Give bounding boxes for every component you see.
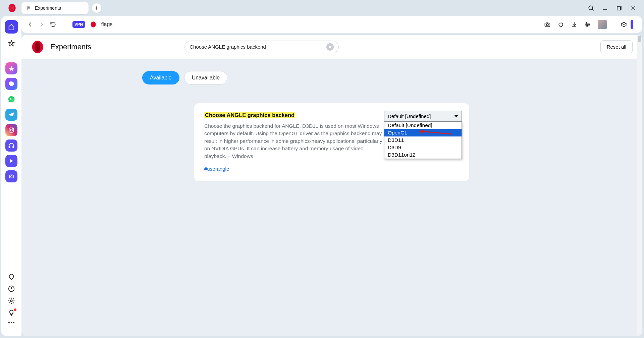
home-button[interactable] bbox=[5, 20, 18, 34]
opera-menu-button[interactable] bbox=[7, 3, 17, 13]
flag-select: Default [Undefined] Default [Undefined]O… bbox=[384, 111, 462, 121]
opera-logo-icon bbox=[31, 40, 44, 54]
svg-point-22 bbox=[586, 22, 587, 23]
extensions-panel bbox=[617, 18, 637, 31]
tab-unavailable[interactable]: Unavailable bbox=[184, 71, 228, 84]
filter-tabs: Available Unavailable bbox=[142, 71, 227, 84]
headphones-icon[interactable] bbox=[5, 139, 17, 152]
page-header: Experiments Reset all bbox=[21, 35, 642, 59]
select-value: Default [Undefined] bbox=[388, 113, 431, 119]
select-option[interactable]: OpenGL bbox=[384, 129, 462, 136]
select-option[interactable]: Default [Undefined] bbox=[384, 122, 462, 129]
select-dropdown: Default [Undefined]OpenGLD3D11D3D9D3D11o… bbox=[384, 121, 462, 159]
sidebar-extensions-pill[interactable] bbox=[631, 20, 633, 29]
search-tabs-icon[interactable] bbox=[588, 5, 594, 11]
chevron-down-icon bbox=[454, 115, 458, 117]
whatsapp-icon[interactable] bbox=[5, 93, 17, 105]
svg-point-17 bbox=[11, 322, 12, 323]
clear-search-icon[interactable] bbox=[326, 43, 334, 51]
svg-point-23 bbox=[588, 24, 589, 25]
profile-avatar[interactable] bbox=[598, 20, 607, 29]
svg-point-26 bbox=[35, 42, 40, 52]
flag-description: Choose the graphics backend for ANGLE. D… bbox=[204, 122, 385, 160]
svg-point-3 bbox=[589, 6, 593, 10]
site-opera-icon bbox=[90, 21, 97, 28]
address-text[interactable]: flags bbox=[101, 21, 113, 27]
reset-all-button[interactable]: Reset all bbox=[600, 40, 633, 53]
sidebar bbox=[1, 16, 21, 336]
svg-point-8 bbox=[10, 129, 12, 131]
page-body: Available Unavailable Choose ANGLE graph… bbox=[21, 59, 642, 336]
page: Experiments Reset all Available Unavaila… bbox=[21, 35, 642, 336]
player-icon[interactable] bbox=[5, 155, 17, 167]
flag-title: Choose ANGLE graphics backend bbox=[204, 112, 295, 118]
svg-point-18 bbox=[13, 322, 14, 323]
svg-marker-28 bbox=[419, 130, 424, 134]
close-button[interactable] bbox=[630, 5, 637, 11]
svg-line-27 bbox=[423, 131, 452, 134]
select-option[interactable]: D3D11on12 bbox=[384, 151, 462, 159]
tips-icon[interactable] bbox=[8, 309, 15, 317]
svg-rect-5 bbox=[617, 7, 621, 10]
select-option[interactable]: D3D11 bbox=[384, 136, 462, 144]
scrollbar-thumb[interactable] bbox=[638, 36, 641, 42]
pinboards-icon[interactable] bbox=[8, 273, 15, 280]
flag-card: Choose ANGLE graphics backend Choose the… bbox=[194, 103, 469, 181]
easy-setup-icon[interactable] bbox=[584, 21, 591, 28]
search-box[interactable] bbox=[184, 41, 339, 53]
svg-rect-12 bbox=[9, 175, 13, 178]
svg-point-19 bbox=[91, 21, 96, 27]
search-input[interactable] bbox=[190, 44, 323, 50]
svg-point-24 bbox=[587, 25, 588, 26]
svg-point-13 bbox=[11, 176, 12, 177]
extensions-icon[interactable] bbox=[621, 21, 627, 28]
snapshot-icon[interactable] bbox=[544, 21, 551, 28]
heart-icon[interactable] bbox=[557, 21, 564, 28]
minimize-button[interactable] bbox=[602, 5, 608, 11]
page-title: Experiments bbox=[50, 43, 91, 51]
telegram-icon[interactable] bbox=[5, 109, 17, 121]
bookmarks-button[interactable] bbox=[5, 37, 18, 50]
svg-point-15 bbox=[10, 300, 12, 302]
messenger-icon[interactable] bbox=[5, 78, 17, 90]
scrollbar[interactable] bbox=[637, 35, 642, 336]
svg-point-16 bbox=[8, 322, 10, 323]
maximize-button[interactable] bbox=[616, 5, 623, 11]
svg-point-2 bbox=[11, 5, 13, 11]
svg-rect-10 bbox=[9, 146, 10, 148]
back-button[interactable] bbox=[27, 21, 34, 28]
flag-permalink[interactable]: #use-angle bbox=[204, 166, 229, 172]
flag-icon bbox=[26, 5, 32, 11]
tab-available[interactable]: Available bbox=[142, 71, 179, 84]
svg-rect-11 bbox=[13, 146, 14, 148]
svg-point-9 bbox=[12, 128, 13, 129]
screenshot-icon[interactable] bbox=[5, 170, 17, 182]
vpn-badge[interactable]: VPN bbox=[72, 21, 85, 28]
select-option[interactable]: D3D9 bbox=[384, 144, 462, 151]
annotation-arrow-icon bbox=[419, 130, 452, 136]
tab-title: Experiments bbox=[35, 5, 61, 11]
select-button[interactable]: Default [Undefined] bbox=[384, 111, 462, 121]
svg-point-21 bbox=[546, 24, 548, 26]
instagram-icon[interactable] bbox=[5, 124, 17, 136]
more-icon[interactable] bbox=[8, 321, 15, 329]
aria-icon[interactable] bbox=[5, 62, 17, 74]
settings-icon[interactable] bbox=[8, 297, 15, 304]
titlebar: Experiments bbox=[0, 0, 644, 16]
downloads-icon[interactable] bbox=[571, 21, 578, 28]
new-tab-button[interactable] bbox=[92, 3, 101, 13]
reload-button[interactable] bbox=[50, 21, 56, 28]
address-bar: VPN flags bbox=[21, 16, 642, 33]
forward-button[interactable] bbox=[38, 21, 45, 28]
browser-tab[interactable]: Experiments bbox=[21, 2, 89, 14]
history-icon[interactable] bbox=[8, 285, 15, 292]
notification-dot bbox=[14, 308, 16, 311]
